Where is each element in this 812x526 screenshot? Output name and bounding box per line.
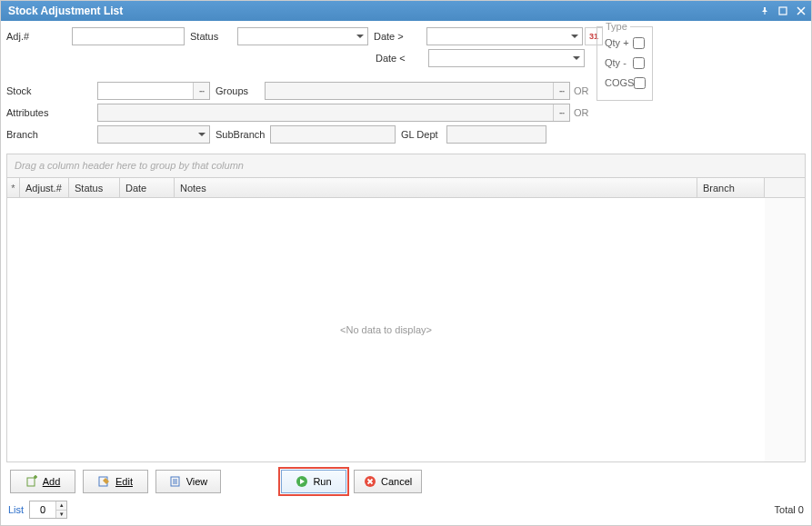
run-button[interactable]: Run: [281, 470, 346, 493]
cancel-button[interactable]: Cancel: [354, 470, 422, 493]
view-button[interactable]: View: [155, 470, 221, 493]
status-bar: List ▲ ▼ Total 0: [1, 499, 811, 522]
branch-label: Branch: [6, 129, 97, 140]
branch-select[interactable]: [97, 125, 210, 144]
ellipsis-icon[interactable]: ···: [193, 83, 209, 99]
grid-header: * Adjust.# Status Date Notes Branch: [7, 178, 765, 198]
title-bar: Stock Adjustment List: [1, 1, 811, 21]
pin-icon[interactable]: [758, 5, 771, 17]
ellipsis-icon[interactable]: ···: [553, 83, 569, 99]
status-label: Status: [190, 31, 237, 42]
close-icon[interactable]: [795, 5, 807, 17]
filter-panel: Adj.# Status Date > 31 Date < Stock ··· …: [1, 21, 811, 150]
window-controls: [758, 5, 807, 17]
list-label: List: [8, 504, 24, 515]
add-button[interactable]: Add: [10, 470, 75, 493]
run-label: Run: [313, 476, 331, 487]
gldept-label: GL Dept: [401, 129, 446, 140]
col-notes[interactable]: Notes: [175, 178, 697, 197]
action-bar: Add Edit View Run Cancel: [1, 462, 811, 499]
view-icon: [169, 475, 182, 488]
qty-plus-label: Qty +: [605, 37, 629, 48]
qty-minus-label: Qty -: [605, 57, 627, 68]
svg-rect-0: [779, 7, 787, 15]
grid-selector-col[interactable]: *: [7, 178, 20, 197]
edit-label: Edit: [115, 476, 133, 487]
window-title: Stock Adjustment List: [8, 5, 758, 17]
maximize-icon[interactable]: [777, 5, 789, 17]
qty-plus-checkbox[interactable]: [633, 37, 645, 49]
add-label: Add: [43, 476, 61, 487]
data-grid: Drag a column header here to group by th…: [6, 154, 806, 462]
col-status[interactable]: Status: [69, 178, 120, 197]
chevron-down-icon[interactable]: ▼: [56, 511, 66, 519]
date-lt-label: Date <: [376, 53, 428, 64]
adj-label: Adj.#: [6, 31, 72, 42]
chevron-up-icon[interactable]: ▲: [56, 501, 66, 511]
grid-empty-text: <No data to display>: [340, 324, 432, 335]
groups-or: OR: [574, 85, 589, 96]
ellipsis-icon[interactable]: ···: [553, 104, 569, 121]
date-lt-select[interactable]: [428, 49, 585, 67]
view-label: View: [186, 476, 208, 487]
gldept-input[interactable]: [446, 125, 546, 144]
groups-lookup[interactable]: [265, 82, 570, 100]
status-select[interactable]: [237, 27, 368, 45]
type-legend: Type: [603, 21, 630, 32]
attributes-label: Attributes: [6, 107, 97, 118]
attributes-lookup[interactable]: [97, 104, 570, 122]
cogs-label: COGS: [605, 77, 634, 88]
subbranch-label: SubBranch: [216, 129, 270, 140]
cancel-label: Cancel: [381, 476, 412, 487]
adj-input[interactable]: [72, 27, 185, 45]
groups-label: Groups: [216, 85, 265, 96]
edit-button[interactable]: Edit: [83, 470, 148, 493]
stock-label: Stock: [6, 85, 97, 96]
grid-body: <No data to display>: [7, 198, 765, 461]
cancel-icon: [364, 475, 376, 488]
group-drop-zone[interactable]: Drag a column header here to group by th…: [7, 154, 805, 178]
total-label: Total 0: [775, 504, 804, 515]
date-gt-select[interactable]: [426, 27, 583, 45]
attributes-or: OR: [574, 107, 589, 118]
list-value[interactable]: [30, 501, 55, 518]
qty-minus-checkbox[interactable]: [633, 57, 645, 69]
edit-icon: [98, 475, 111, 488]
col-adjust[interactable]: Adjust.#: [20, 178, 69, 197]
type-groupbox: Type Qty + Qty - COGS: [596, 26, 653, 101]
run-icon: [296, 475, 308, 488]
cogs-checkbox[interactable]: [634, 77, 646, 89]
subbranch-input[interactable]: [270, 125, 396, 144]
list-spinner[interactable]: ▲ ▼: [29, 501, 67, 519]
add-icon: [25, 475, 38, 488]
col-branch[interactable]: Branch: [697, 178, 765, 197]
svg-rect-1: [27, 478, 35, 486]
date-gt-label: Date >: [374, 31, 426, 42]
col-date[interactable]: Date: [120, 178, 175, 197]
